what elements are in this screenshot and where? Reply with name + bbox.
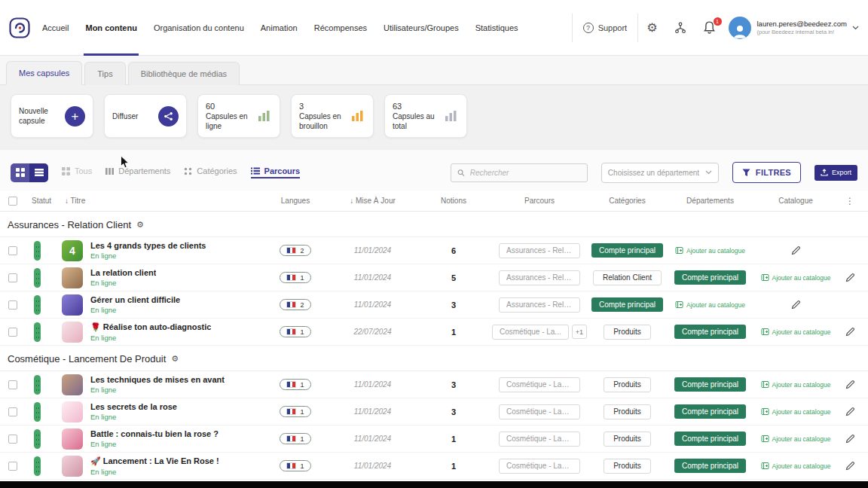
capsules-en-ligne-card[interactable]: 60 Capsules en ligne — [197, 94, 280, 138]
filter-tous[interactable]: Tous — [62, 166, 92, 178]
edit-capsule-button[interactable] — [845, 434, 855, 444]
table-header-row: Statut↓ TitreLangues↓ Mise À JourNotions… — [0, 191, 868, 212]
nav-item-organisation[interactable]: Organisation du contenu — [154, 0, 244, 56]
filter-categories[interactable]: Catégories — [184, 166, 237, 178]
beedeez-logo[interactable] — [9, 17, 30, 38]
add-to-catalogue-link[interactable]: Ajouter au catalogue — [675, 300, 745, 309]
filter-parcours-label: Parcours — [264, 166, 301, 175]
export-label: Export — [832, 169, 851, 176]
column-header: Catalogue — [753, 197, 838, 205]
edit-capsule-button[interactable] — [845, 461, 855, 471]
user-menu-caret[interactable] — [852, 26, 859, 30]
filtres-button[interactable]: FILTRES — [732, 162, 801, 183]
capsule-title[interactable]: La relation client — [90, 268, 156, 277]
nav-item-recompenses[interactable]: Récompenses — [314, 0, 367, 56]
integrations-button[interactable] — [666, 22, 695, 34]
notifications-button[interactable]: 1 — [695, 20, 724, 35]
add-to-catalogue-link[interactable]: Ajouter au catalogue — [675, 246, 745, 255]
row-checkbox[interactable] — [8, 246, 17, 255]
search-box — [451, 163, 588, 182]
add-to-catalogue-link[interactable]: Ajouter au catalogue — [761, 273, 831, 282]
capsule-title[interactable]: Gérer un client difficile — [90, 295, 180, 304]
edit-capsule-button[interactable] — [845, 273, 855, 282]
new-capsule-card[interactable]: Nouvelle capsule + — [11, 94, 93, 138]
pencil-icon — [845, 273, 855, 282]
search-input[interactable] — [470, 169, 581, 177]
department-select-value: Choisissez un département — [608, 169, 699, 177]
filter-departements[interactable]: Départements — [105, 166, 170, 178]
add-to-catalogue-link[interactable]: Ajouter au catalogue — [761, 328, 831, 336]
status-drag-handle[interactable] — [34, 375, 41, 395]
filter-tous-label: Tous — [75, 166, 92, 175]
capsule-status: En ligne — [90, 279, 156, 287]
list-view-button[interactable] — [29, 163, 48, 182]
grid-small-icon — [62, 167, 70, 175]
chevron-down-icon — [705, 170, 712, 175]
add-to-catalogue-link[interactable]: Ajouter au catalogue — [761, 462, 831, 470]
select-all-checkbox[interactable] — [8, 197, 17, 206]
edit-capsule-button[interactable] — [791, 300, 801, 310]
settings-gear-button[interactable]: ⚙ — [637, 14, 665, 42]
capsule-thumbnail — [62, 374, 83, 395]
edit-capsule-button[interactable] — [845, 327, 855, 337]
row-checkbox[interactable] — [8, 328, 17, 337]
row-checkbox[interactable] — [8, 380, 17, 389]
add-to-catalogue-link[interactable]: Ajouter au catalogue — [761, 435, 831, 443]
langues-count: 2 — [300, 301, 304, 309]
pencil-icon — [791, 300, 801, 310]
capsule-title[interactable]: 🚀 Lancement : La Vie En Rose ! — [90, 456, 219, 466]
nav-item-mon-contenu[interactable]: Mon contenu — [85, 0, 136, 56]
catalogue-icon — [675, 246, 683, 255]
user-menu[interactable]: lauren.peres@beedeez.com (pour Beedeez i… — [757, 20, 848, 35]
edit-capsule-button[interactable] — [845, 380, 855, 389]
column-menu-icon[interactable]: ⋮ — [838, 196, 862, 206]
status-drag-handle[interactable] — [34, 268, 41, 288]
plus-icon[interactable]: + — [65, 106, 85, 127]
edit-capsule-button[interactable] — [791, 246, 801, 255]
capsule-title[interactable]: 🌹 Réalise ton auto-diagnostic — [90, 322, 211, 332]
row-checkbox[interactable] — [8, 273, 17, 282]
diffuser-card[interactable]: Diffuser — [104, 94, 187, 138]
support-button[interactable]: ? Support — [572, 14, 638, 42]
nav-item-utilisateurs[interactable]: Utilisateurs/Groupes — [384, 0, 459, 56]
tab-mes-capsules[interactable]: Mes capsules — [6, 61, 82, 85]
edit-capsule-button[interactable] — [845, 407, 855, 416]
list-lines-icon — [251, 167, 260, 175]
row-checkbox[interactable] — [8, 435, 17, 444]
user-avatar[interactable] — [729, 17, 751, 39]
department-select[interactable]: Choisissez un département — [601, 163, 719, 183]
capsule-title[interactable]: Les secrets de la rose — [90, 402, 177, 411]
row-checkbox[interactable] — [8, 300, 17, 310]
export-button[interactable]: Export — [815, 165, 857, 181]
flag-icon — [286, 301, 296, 308]
tab-bibliotheque-medias[interactable]: Bibliothèque de médias — [128, 62, 240, 85]
capsule-title[interactable]: Les techniques de mises en avant — [90, 375, 225, 384]
group-settings-icon[interactable]: ⚙ — [136, 220, 144, 230]
capsule-title[interactable]: Les 4 grands types de clients — [90, 241, 206, 250]
add-to-catalogue-link[interactable]: Ajouter au catalogue — [761, 407, 831, 416]
row-checkbox[interactable] — [8, 462, 17, 471]
status-drag-handle[interactable] — [34, 429, 41, 449]
tab-tips[interactable]: Tips — [84, 62, 125, 85]
nav-item-animation[interactable]: Animation — [261, 0, 298, 56]
status-drag-handle[interactable] — [34, 402, 41, 422]
column-header[interactable]: ↓ Titre — [62, 197, 261, 205]
add-to-catalogue-link[interactable]: Ajouter au catalogue — [761, 380, 831, 389]
nav-item-statistiques[interactable]: Statistiques — [475, 0, 518, 56]
filter-parcours[interactable]: Parcours — [251, 166, 301, 178]
group-settings-icon[interactable]: ⚙ — [171, 354, 179, 364]
column-header[interactable]: ↓ Mise À Jour — [329, 197, 416, 205]
status-drag-handle[interactable] — [34, 241, 41, 261]
status-drag-handle[interactable] — [34, 322, 41, 342]
capsules-brouillon-card[interactable]: 3 Capsules en brouillon — [291, 94, 374, 138]
capsule-thumbnail — [62, 429, 83, 450]
status-drag-handle[interactable] — [34, 456, 41, 476]
status-drag-handle[interactable] — [34, 295, 41, 315]
nav-item-accueil[interactable]: Accueil — [42, 0, 69, 56]
capsules-total-card[interactable]: 63 Capsules au total — [384, 94, 467, 138]
grid-view-button[interactable] — [11, 163, 29, 182]
capsule-title[interactable]: Battle : connais-tu bien la rose ? — [90, 429, 219, 438]
share-icon[interactable] — [158, 106, 179, 127]
row-checkbox[interactable] — [8, 407, 17, 416]
notions-count: 3 — [416, 380, 491, 389]
